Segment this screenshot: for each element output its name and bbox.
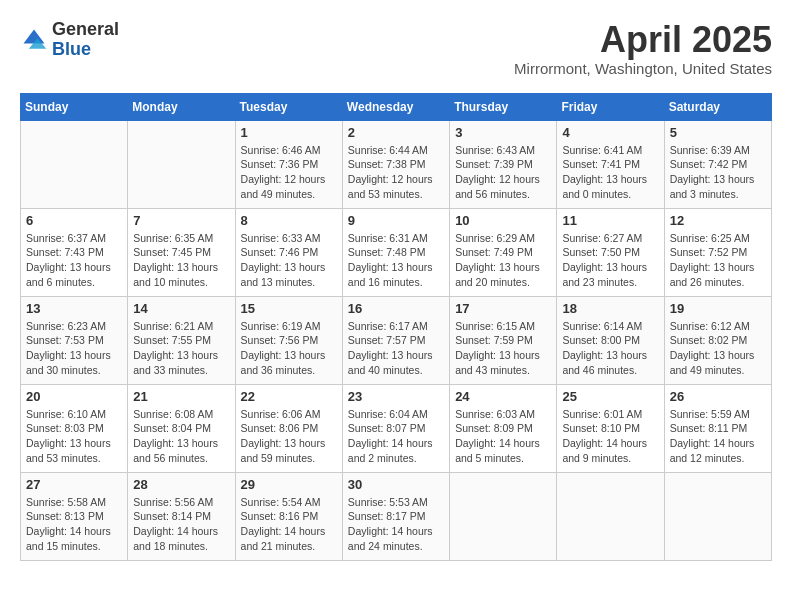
day-number: 21 [133, 389, 229, 404]
day-number: 9 [348, 213, 444, 228]
calendar-cell: 15Sunrise: 6:19 AM Sunset: 7:56 PM Dayli… [235, 296, 342, 384]
calendar-week-row: 6Sunrise: 6:37 AM Sunset: 7:43 PM Daylig… [21, 208, 772, 296]
day-info: Sunrise: 5:58 AM Sunset: 8:13 PM Dayligh… [26, 495, 122, 554]
page-header: General Blue April 2025 Mirrormont, Wash… [20, 20, 772, 77]
calendar-cell: 10Sunrise: 6:29 AM Sunset: 7:49 PM Dayli… [450, 208, 557, 296]
calendar-cell: 12Sunrise: 6:25 AM Sunset: 7:52 PM Dayli… [664, 208, 771, 296]
calendar-cell: 18Sunrise: 6:14 AM Sunset: 8:00 PM Dayli… [557, 296, 664, 384]
calendar-cell: 11Sunrise: 6:27 AM Sunset: 7:50 PM Dayli… [557, 208, 664, 296]
calendar-cell: 19Sunrise: 6:12 AM Sunset: 8:02 PM Dayli… [664, 296, 771, 384]
calendar-cell: 21Sunrise: 6:08 AM Sunset: 8:04 PM Dayli… [128, 384, 235, 472]
day-info: Sunrise: 5:53 AM Sunset: 8:17 PM Dayligh… [348, 495, 444, 554]
day-info: Sunrise: 6:41 AM Sunset: 7:41 PM Dayligh… [562, 143, 658, 202]
calendar-cell: 20Sunrise: 6:10 AM Sunset: 8:03 PM Dayli… [21, 384, 128, 472]
calendar-cell [21, 120, 128, 208]
weekday-header-tuesday: Tuesday [235, 93, 342, 120]
day-number: 16 [348, 301, 444, 316]
day-number: 7 [133, 213, 229, 228]
day-number: 2 [348, 125, 444, 140]
day-info: Sunrise: 6:12 AM Sunset: 8:02 PM Dayligh… [670, 319, 766, 378]
day-info: Sunrise: 6:03 AM Sunset: 8:09 PM Dayligh… [455, 407, 551, 466]
day-number: 1 [241, 125, 337, 140]
day-info: Sunrise: 6:43 AM Sunset: 7:39 PM Dayligh… [455, 143, 551, 202]
day-number: 18 [562, 301, 658, 316]
calendar-cell: 16Sunrise: 6:17 AM Sunset: 7:57 PM Dayli… [342, 296, 449, 384]
day-number: 29 [241, 477, 337, 492]
day-number: 26 [670, 389, 766, 404]
day-number: 17 [455, 301, 551, 316]
calendar-cell: 13Sunrise: 6:23 AM Sunset: 7:53 PM Dayli… [21, 296, 128, 384]
calendar-cell: 3Sunrise: 6:43 AM Sunset: 7:39 PM Daylig… [450, 120, 557, 208]
weekday-header-wednesday: Wednesday [342, 93, 449, 120]
day-info: Sunrise: 6:15 AM Sunset: 7:59 PM Dayligh… [455, 319, 551, 378]
day-info: Sunrise: 6:19 AM Sunset: 7:56 PM Dayligh… [241, 319, 337, 378]
day-number: 14 [133, 301, 229, 316]
day-info: Sunrise: 5:59 AM Sunset: 8:11 PM Dayligh… [670, 407, 766, 466]
day-info: Sunrise: 6:35 AM Sunset: 7:45 PM Dayligh… [133, 231, 229, 290]
day-info: Sunrise: 6:14 AM Sunset: 8:00 PM Dayligh… [562, 319, 658, 378]
day-number: 22 [241, 389, 337, 404]
calendar-cell: 23Sunrise: 6:04 AM Sunset: 8:07 PM Dayli… [342, 384, 449, 472]
weekday-header-saturday: Saturday [664, 93, 771, 120]
weekday-header-sunday: Sunday [21, 93, 128, 120]
calendar-cell: 8Sunrise: 6:33 AM Sunset: 7:46 PM Daylig… [235, 208, 342, 296]
day-info: Sunrise: 6:10 AM Sunset: 8:03 PM Dayligh… [26, 407, 122, 466]
day-info: Sunrise: 6:01 AM Sunset: 8:10 PM Dayligh… [562, 407, 658, 466]
weekday-header-thursday: Thursday [450, 93, 557, 120]
day-info: Sunrise: 6:29 AM Sunset: 7:49 PM Dayligh… [455, 231, 551, 290]
calendar-cell: 4Sunrise: 6:41 AM Sunset: 7:41 PM Daylig… [557, 120, 664, 208]
day-number: 27 [26, 477, 122, 492]
day-info: Sunrise: 6:17 AM Sunset: 7:57 PM Dayligh… [348, 319, 444, 378]
day-info: Sunrise: 6:46 AM Sunset: 7:36 PM Dayligh… [241, 143, 337, 202]
day-info: Sunrise: 6:04 AM Sunset: 8:07 PM Dayligh… [348, 407, 444, 466]
location-subtitle: Mirrormont, Washington, United States [514, 60, 772, 77]
calendar-table: SundayMondayTuesdayWednesdayThursdayFrid… [20, 93, 772, 561]
day-info: Sunrise: 6:06 AM Sunset: 8:06 PM Dayligh… [241, 407, 337, 466]
logo-icon [20, 26, 48, 54]
calendar-cell: 28Sunrise: 5:56 AM Sunset: 8:14 PM Dayli… [128, 472, 235, 560]
day-info: Sunrise: 6:23 AM Sunset: 7:53 PM Dayligh… [26, 319, 122, 378]
calendar-cell: 2Sunrise: 6:44 AM Sunset: 7:38 PM Daylig… [342, 120, 449, 208]
day-info: Sunrise: 6:33 AM Sunset: 7:46 PM Dayligh… [241, 231, 337, 290]
day-info: Sunrise: 5:54 AM Sunset: 8:16 PM Dayligh… [241, 495, 337, 554]
day-number: 6 [26, 213, 122, 228]
calendar-header: SundayMondayTuesdayWednesdayThursdayFrid… [21, 93, 772, 120]
day-number: 25 [562, 389, 658, 404]
day-info: Sunrise: 6:39 AM Sunset: 7:42 PM Dayligh… [670, 143, 766, 202]
title-block: April 2025 Mirrormont, Washington, Unite… [514, 20, 772, 77]
calendar-week-row: 1Sunrise: 6:46 AM Sunset: 7:36 PM Daylig… [21, 120, 772, 208]
calendar-cell: 17Sunrise: 6:15 AM Sunset: 7:59 PM Dayli… [450, 296, 557, 384]
day-number: 11 [562, 213, 658, 228]
day-number: 28 [133, 477, 229, 492]
weekday-header-row: SundayMondayTuesdayWednesdayThursdayFrid… [21, 93, 772, 120]
day-number: 8 [241, 213, 337, 228]
day-info: Sunrise: 6:21 AM Sunset: 7:55 PM Dayligh… [133, 319, 229, 378]
day-info: Sunrise: 6:44 AM Sunset: 7:38 PM Dayligh… [348, 143, 444, 202]
calendar-cell: 9Sunrise: 6:31 AM Sunset: 7:48 PM Daylig… [342, 208, 449, 296]
calendar-cell [557, 472, 664, 560]
calendar-cell: 22Sunrise: 6:06 AM Sunset: 8:06 PM Dayli… [235, 384, 342, 472]
calendar-cell [664, 472, 771, 560]
calendar-cell [128, 120, 235, 208]
day-number: 5 [670, 125, 766, 140]
weekday-header-friday: Friday [557, 93, 664, 120]
calendar-week-row: 13Sunrise: 6:23 AM Sunset: 7:53 PM Dayli… [21, 296, 772, 384]
day-number: 15 [241, 301, 337, 316]
day-number: 23 [348, 389, 444, 404]
calendar-cell: 29Sunrise: 5:54 AM Sunset: 8:16 PM Dayli… [235, 472, 342, 560]
calendar-cell: 14Sunrise: 6:21 AM Sunset: 7:55 PM Dayli… [128, 296, 235, 384]
calendar-cell: 1Sunrise: 6:46 AM Sunset: 7:36 PM Daylig… [235, 120, 342, 208]
day-info: Sunrise: 6:25 AM Sunset: 7:52 PM Dayligh… [670, 231, 766, 290]
day-info: Sunrise: 6:27 AM Sunset: 7:50 PM Dayligh… [562, 231, 658, 290]
day-info: Sunrise: 6:37 AM Sunset: 7:43 PM Dayligh… [26, 231, 122, 290]
day-number: 19 [670, 301, 766, 316]
main-title: April 2025 [514, 20, 772, 60]
day-info: Sunrise: 6:08 AM Sunset: 8:04 PM Dayligh… [133, 407, 229, 466]
day-number: 10 [455, 213, 551, 228]
day-number: 24 [455, 389, 551, 404]
calendar-body: 1Sunrise: 6:46 AM Sunset: 7:36 PM Daylig… [21, 120, 772, 560]
calendar-cell: 27Sunrise: 5:58 AM Sunset: 8:13 PM Dayli… [21, 472, 128, 560]
day-info: Sunrise: 6:31 AM Sunset: 7:48 PM Dayligh… [348, 231, 444, 290]
calendar-week-row: 27Sunrise: 5:58 AM Sunset: 8:13 PM Dayli… [21, 472, 772, 560]
calendar-cell: 30Sunrise: 5:53 AM Sunset: 8:17 PM Dayli… [342, 472, 449, 560]
